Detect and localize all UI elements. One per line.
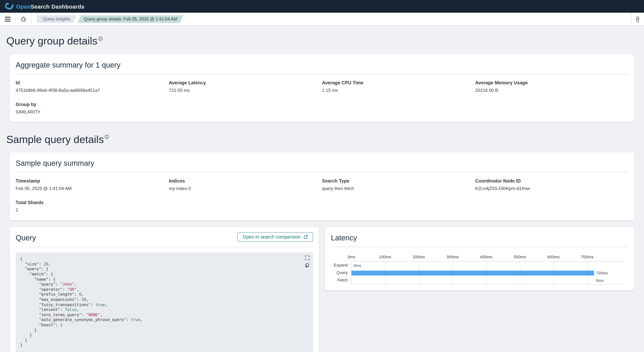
query-heading: Query <box>16 234 36 242</box>
field-label: Id <box>16 80 169 85</box>
x-axis-tick: 100ms <box>379 255 391 259</box>
field-label: Indices <box>169 179 322 184</box>
aggregate-summary-heading: Aggregate summary for 1 query <box>16 61 628 69</box>
bar-value-label: 720ms <box>596 269 608 277</box>
field-value: Feb 05, 2025 @ 1:41:04 AM <box>16 186 169 191</box>
divider <box>331 247 628 247</box>
x-axis-tick: 500ms <box>514 255 526 259</box>
field-value: 4751b8b6-99eb-4f38-8a5a-aa6698a451a7 <box>16 88 169 93</box>
x-axis-tick: 300ms <box>446 255 458 259</box>
x-axis-tick: 400ms <box>480 255 492 259</box>
summary-field: Total Shards2 <box>16 200 169 213</box>
info-icon <box>98 36 103 41</box>
sample-query-summary-panel: Sample query summary TimestampFeb 05, 20… <box>10 152 634 220</box>
field-label: Average CPU Time <box>322 80 475 85</box>
field-value: 721.00 ms <box>169 88 322 93</box>
query-json: { "size": 20, "query": { "match": { "nam… <box>20 256 308 348</box>
bar-value-label: 0ms <box>354 262 361 269</box>
top-header: OpenSearch Dashboards <box>0 0 644 13</box>
latency-chart: ExpandQueryFetch 0ms100ms200ms300ms400ms… <box>331 252 628 284</box>
home-button[interactable] <box>16 13 31 25</box>
sample-query-summary-heading: Sample query summary <box>16 159 628 167</box>
sample-query-details-title: Sample query details <box>6 133 634 145</box>
menu-button[interactable] <box>0 13 15 25</box>
field-label: Timestamp <box>16 179 169 184</box>
latency-panel: Latency ExpandQueryFetch 0ms100ms200ms30… <box>325 227 634 290</box>
copy-icon <box>305 263 310 268</box>
sample-query-details-title-text: Sample query details <box>6 133 104 145</box>
sample-query-summary-fields: TimestampFeb 05, 2025 @ 1:41:04 AMIndice… <box>16 179 628 213</box>
divider <box>16 247 313 247</box>
bottom-row: Query Open in search comparision { "size… <box>10 227 634 352</box>
bar-value-label: 0ms <box>596 277 604 284</box>
x-axis-tick: 700ms <box>581 255 593 259</box>
y-axis-label-query: Query <box>331 269 351 276</box>
field-value: 20216.00 B <box>475 88 628 93</box>
summary-field: Average CPU Time1.15 ms <box>322 80 475 93</box>
field-value: 1.15 ms <box>322 88 475 93</box>
summary-field: Average Memory Usage20216.00 B <box>475 80 628 93</box>
divider <box>16 172 628 172</box>
help-icon: ? <box>636 16 639 22</box>
code-actions <box>305 255 310 268</box>
summary-field: Group bySIMILARITY <box>16 102 169 114</box>
query-panel: Query Open in search comparision { "size… <box>10 227 319 352</box>
field-value: 2 <box>16 208 169 213</box>
summary-field: Average Latency721.00 ms <box>169 80 322 93</box>
summary-field: Indicesmy-index-0 <box>169 179 322 191</box>
logo-text-rest: Search Dashboards <box>30 3 84 10</box>
latency-heading: Latency <box>331 234 628 242</box>
y-axis-label-fetch: Fetch <box>331 276 351 284</box>
navbar: Query insights Query group details: Feb … <box>0 13 644 26</box>
summary-field: TimestampFeb 05, 2025 @ 1:41:04 AM <box>16 179 169 191</box>
x-axis-tick: 200ms <box>412 255 425 259</box>
logo-text: OpenSearch Dashboards <box>16 3 84 10</box>
opensearch-logo[interactable]: OpenSearch Dashboards <box>5 2 84 11</box>
page-title-text: Query group details <box>6 35 98 47</box>
divider <box>16 74 628 74</box>
summary-field: Coordinator Node IDK2Ln4jZ5S-OIhKpm-d1fm… <box>475 179 628 191</box>
info-icon <box>105 135 109 139</box>
latency-y-axis: ExpandQueryFetch <box>331 261 351 284</box>
field-label: Search Type <box>322 179 475 184</box>
breadcrumb-query-group-details[interactable]: Query group details: Feb 05, 2025 @ 1:41… <box>78 15 183 23</box>
field-label: Coordinator Node ID <box>475 179 628 184</box>
nav-divider <box>31 13 32 25</box>
external-link-icon <box>303 235 308 239</box>
logo-text-open: Open <box>16 3 30 10</box>
opensearch-logo-icon <box>5 2 14 11</box>
y-axis-label-expand: Expand <box>331 261 351 269</box>
field-value: my-index-0 <box>169 186 322 191</box>
query-panel-header: Query Open in search comparision <box>16 231 313 242</box>
x-axis-tick: 0ms <box>348 255 355 259</box>
field-value: K2Ln4jZ5S-OIhKpm-d1fmw <box>475 186 628 191</box>
field-label: Group by <box>16 102 169 107</box>
fullscreen-icon <box>305 255 310 260</box>
latency-bar-query <box>352 270 594 275</box>
fullscreen-button[interactable] <box>305 255 310 260</box>
field-label: Average Latency <box>169 80 322 85</box>
query-code-block: { "size": 20, "query": { "match": { "nam… <box>16 252 313 352</box>
summary-field: Search Typequery then fetch <box>322 179 475 191</box>
open-in-search-comparison-label: Open in search comparision <box>243 234 301 239</box>
page-title: Query group details <box>6 35 634 47</box>
field-label: Total Shards <box>16 200 169 205</box>
latency-plot: 0ms100ms200ms300ms400ms500ms600ms700ms0m… <box>351 261 624 284</box>
field-label: Average Memory Usage <box>475 80 628 85</box>
page-content: Query group details Aggregate summary fo… <box>0 26 644 352</box>
help-button[interactable]: ? <box>631 13 644 25</box>
breadcrumb-query-insights[interactable]: Query insights <box>37 15 76 23</box>
summary-field: Id4751b8b6-99eb-4f38-8a5a-aa6698a451a7 <box>16 80 169 93</box>
aggregate-summary-panel: Aggregate summary for 1 query Id4751b8b6… <box>10 54 634 122</box>
x-axis-tick: 600ms <box>547 255 560 259</box>
breadcrumb: Query insights Query group details: Feb … <box>37 15 631 23</box>
field-value: query then fetch <box>322 186 475 191</box>
home-icon <box>20 16 26 22</box>
hamburger-icon <box>5 17 10 22</box>
open-in-search-comparison-button[interactable]: Open in search comparision <box>238 232 313 242</box>
field-value: SIMILARITY <box>16 109 169 114</box>
copy-button[interactable] <box>305 263 310 268</box>
aggregate-summary-fields: Id4751b8b6-99eb-4f38-8a5a-aa6698a451a7Av… <box>16 80 628 114</box>
app-root: OpenSearch Dashboards Query insights Que… <box>0 0 644 352</box>
